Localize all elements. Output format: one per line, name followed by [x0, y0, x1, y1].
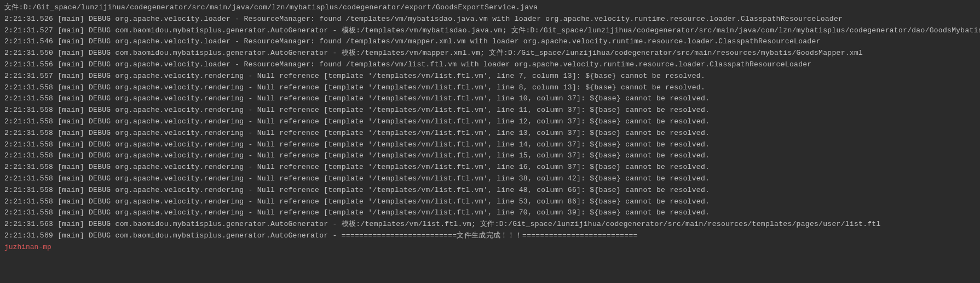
log-line: 2:21:31.556 [main] DEBUG org.apache.velo… — [4, 59, 976, 71]
log-line: 2:21:31.558 [main] DEBUG org.apache.velo… — [4, 139, 976, 151]
terminal-prompt: juzhinan-mp — [4, 242, 976, 253]
log-line: 2:21:31.558 [main] DEBUG org.apache.velo… — [4, 173, 976, 185]
log-line: 2:21:31.558 [main] DEBUG org.apache.velo… — [4, 150, 976, 162]
log-line: 2:21:31.558 [main] DEBUG org.apache.velo… — [4, 207, 976, 219]
log-line: 2:21:31.558 [main] DEBUG org.apache.velo… — [4, 116, 976, 128]
log-line: 2:21:31.558 [main] DEBUG org.apache.velo… — [4, 105, 976, 116]
log-line: 2:21:31.546 [main] DEBUG org.apache.velo… — [4, 36, 976, 48]
log-line: 2:21:31.569 [main] DEBUG com.baomidou.my… — [4, 230, 976, 242]
log-line: 2:21:31.558 [main] DEBUG org.apache.velo… — [4, 196, 976, 208]
log-line: 2:21:31.557 [main] DEBUG org.apache.velo… — [4, 71, 976, 82]
log-line: 2:21:31.558 [main] DEBUG org.apache.velo… — [4, 93, 976, 105]
log-line: 2:21:31.558 [main] DEBUG org.apache.velo… — [4, 185, 976, 196]
log-line: 2:21:31.558 [main] DEBUG org.apache.velo… — [4, 82, 976, 94]
log-header: 文件:D:/Git_space/lunzijihua/codegenerator… — [4, 2, 976, 14]
log-line: 2:21:31.558 [main] DEBUG org.apache.velo… — [4, 128, 976, 139]
log-line: 2:21:31.558 [main] DEBUG org.apache.velo… — [4, 162, 976, 173]
log-line: 2:21:31.527 [main] DEBUG com.baomidou.my… — [4, 25, 976, 37]
log-line: 2:21:31.550 [main] DEBUG com.baomidou.my… — [4, 48, 976, 59]
console-output[interactable]: 文件:D:/Git_space/lunzijihua/codegenerator… — [4, 2, 976, 253]
log-line: 2:21:31.563 [main] DEBUG com.baomidou.my… — [4, 219, 976, 230]
log-line: 2:21:31.526 [main] DEBUG org.apache.velo… — [4, 14, 976, 25]
